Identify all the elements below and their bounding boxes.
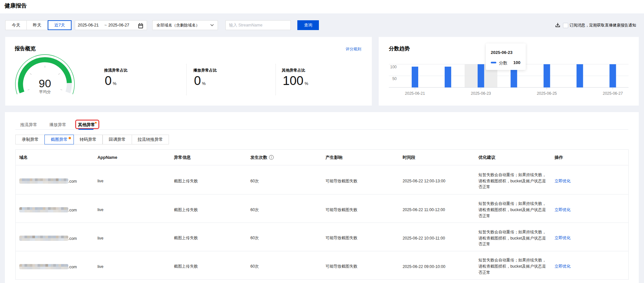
svg-text:50: 50 [392, 76, 397, 81]
svg-text:100: 100 [390, 65, 397, 69]
svg-text:2025-06-27: 2025-06-27 [603, 91, 623, 96]
svg-text:2025-06-25: 2025-06-25 [537, 91, 557, 96]
svg-text:2025-06-23: 2025-06-23 [471, 91, 491, 96]
svg-text:2025-06-21: 2025-06-21 [405, 91, 425, 96]
